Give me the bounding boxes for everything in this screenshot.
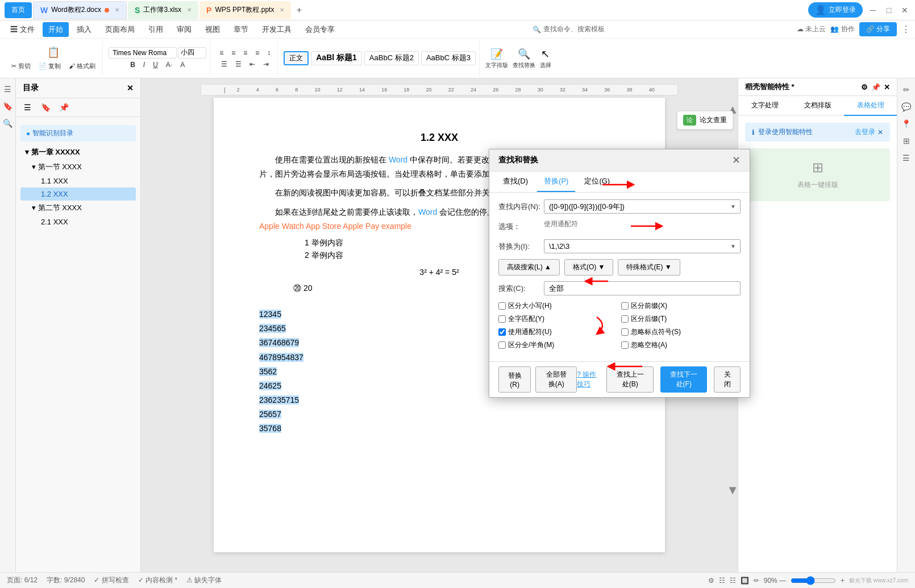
style-heading2[interactable]: AaBbC 标题2 bbox=[364, 51, 419, 65]
bold-button[interactable]: B bbox=[127, 60, 139, 70]
paste-button[interactable]: 📋 bbox=[44, 45, 63, 60]
style-normal[interactable]: 正文 bbox=[284, 51, 309, 65]
rs-icon-list[interactable]: ☰ bbox=[900, 151, 913, 165]
checkbox-fullhalf-input[interactable] bbox=[498, 341, 506, 349]
checkbox-punct[interactable]: 忽略标点符号(S) bbox=[621, 327, 741, 337]
toc-icon-pin[interactable]: 📌 bbox=[57, 101, 70, 114]
dialog-tab-replace[interactable]: 替换(P) bbox=[537, 172, 575, 192]
rs-icon-table[interactable]: ⊞ bbox=[900, 134, 913, 148]
search-select[interactable]: 全部 向上 向下 bbox=[544, 281, 741, 295]
tab-word[interactable]: W Word教程2.docx ✕ bbox=[33, 1, 127, 19]
checkbox-suffix[interactable]: 区分后缀(T) bbox=[621, 314, 741, 324]
italic-button[interactable]: I bbox=[140, 60, 148, 70]
numbered-list[interactable]: ☰ bbox=[232, 59, 245, 69]
find-replace-button[interactable]: 🔍 查找替换 bbox=[513, 48, 535, 69]
word-tab-close[interactable]: ✕ bbox=[115, 7, 119, 13]
excel-tab-close[interactable]: ✕ bbox=[187, 7, 192, 13]
checkbox-case-input[interactable] bbox=[498, 302, 506, 310]
scroll-down-button[interactable]: ▼ bbox=[726, 483, 738, 498]
maximize-button[interactable]: □ bbox=[883, 5, 895, 16]
settings-icon[interactable]: ⚙ bbox=[861, 83, 868, 91]
menu-dev[interactable]: 开发工具 bbox=[256, 22, 297, 37]
font-size-input[interactable] bbox=[178, 47, 206, 59]
sidebar-icon-3[interactable]: 🔍 bbox=[2, 117, 14, 130]
find-prev-button[interactable]: 查找上一处(B) bbox=[606, 366, 654, 393]
status-icon-5[interactable]: ✏ bbox=[754, 577, 759, 585]
tips-link[interactable]: ? 操作技巧 bbox=[577, 370, 600, 389]
status-icon-2[interactable]: ☷ bbox=[719, 577, 725, 585]
toc-item-chapter1[interactable]: ▾ 第一章 XXXXX bbox=[20, 145, 136, 160]
font-family-input[interactable] bbox=[109, 47, 177, 59]
indent-increase[interactable]: ⇥ bbox=[260, 59, 272, 69]
toc-item-2-1[interactable]: 2.1 XXX bbox=[20, 215, 136, 228]
menu-chapter[interactable]: 章节 bbox=[228, 22, 254, 37]
format-painter-button[interactable]: 🖌 格式刷 bbox=[65, 61, 99, 72]
bullet-list[interactable]: ☰ bbox=[218, 59, 231, 69]
checkbox-space-input[interactable] bbox=[621, 341, 629, 349]
rs-icon-location[interactable]: 📍 bbox=[900, 117, 913, 131]
menu-layout[interactable]: 页面布局 bbox=[99, 22, 140, 37]
rs-icon-edit[interactable]: ✏ bbox=[900, 83, 913, 97]
toc-item-1-2[interactable]: 1.2 XXX bbox=[20, 187, 136, 201]
pin-icon[interactable]: 📌 bbox=[871, 83, 880, 91]
toc-close[interactable]: ✕ bbox=[127, 84, 134, 93]
underline-button[interactable]: U bbox=[149, 60, 161, 70]
menu-file[interactable]: ☰ 文件 bbox=[5, 22, 40, 37]
rp-info-close[interactable]: ✕ bbox=[877, 128, 883, 136]
essay-check-button[interactable]: 论 论文查重 bbox=[677, 111, 733, 130]
collab-btn[interactable]: 👥 协作 bbox=[830, 24, 854, 34]
align-center[interactable]: ≡ bbox=[228, 48, 239, 58]
toc-smart-label[interactable]: ● 智能识别目录 bbox=[20, 125, 136, 141]
style-heading3[interactable]: AaBbC 标题3 bbox=[421, 51, 476, 65]
checkbox-fullhalf[interactable]: 区分全/半角(M) bbox=[498, 340, 618, 350]
tab-add-button[interactable]: + bbox=[292, 3, 306, 17]
rp-tab-text[interactable]: 文字处理 bbox=[738, 96, 791, 115]
zoom-in[interactable]: + bbox=[841, 577, 845, 585]
menu-review[interactable]: 审阅 bbox=[171, 22, 197, 37]
toc-item-section1[interactable]: ▾ 第一节 XXXX bbox=[20, 160, 136, 174]
dialog-tab-find[interactable]: 查找(D) bbox=[496, 172, 535, 192]
right-panel-close-icon[interactable]: ✕ bbox=[884, 83, 890, 91]
format-button[interactable]: 格式(O) ▼ bbox=[564, 259, 614, 276]
style-heading1[interactable]: AaBl 标题1 bbox=[311, 51, 362, 65]
rp-tab-doc[interactable]: 文档排版 bbox=[791, 96, 844, 115]
find-input[interactable] bbox=[544, 199, 741, 214]
spell-check[interactable]: ✓ 拼写检查 bbox=[94, 576, 128, 585]
checkbox-wildcard-input[interactable] bbox=[498, 328, 506, 336]
checkbox-prefix[interactable]: 区分前缀(X) bbox=[621, 301, 741, 311]
rp-login-link[interactable]: 去登录 bbox=[855, 127, 875, 137]
find-next-button[interactable]: 查找下一处(F) bbox=[660, 366, 707, 393]
status-icon-4[interactable]: 🔲 bbox=[741, 577, 749, 585]
menu-start[interactable]: 开始 bbox=[43, 22, 69, 37]
find-replace-dialog[interactable]: 查找和替换 ✕ 查找(D) 替换(P) 定位(G) 查找内容(N): 选项： 使… bbox=[489, 149, 750, 398]
tab-ppt[interactable]: P WPS PPT教程.pptx ✕ bbox=[199, 1, 291, 19]
close-button[interactable]: ✕ bbox=[899, 5, 910, 16]
select-button[interactable]: ↖ 选择 bbox=[540, 48, 551, 69]
checkbox-punct-input[interactable] bbox=[621, 328, 629, 336]
menu-insert[interactable]: 插入 bbox=[71, 22, 97, 37]
checkbox-space[interactable]: 忽略空格(A) bbox=[621, 340, 741, 350]
status-icon-3[interactable]: ☷ bbox=[730, 577, 736, 585]
copy-button[interactable]: 📄 复制 bbox=[35, 61, 64, 72]
share-button[interactable]: 🔗 分享 bbox=[859, 22, 897, 36]
status-icon-1[interactable]: ⚙ bbox=[708, 577, 714, 585]
menu-reference[interactable]: 引用 bbox=[143, 22, 169, 37]
toc-icon-bookmark[interactable]: 🔖 bbox=[39, 101, 52, 114]
align-justify[interactable]: ≡ bbox=[252, 48, 263, 58]
dialog-tab-locate[interactable]: 定位(G) bbox=[577, 172, 617, 192]
line-spacing[interactable]: ↕ bbox=[264, 48, 274, 58]
replace-button[interactable]: 替换(R) bbox=[498, 366, 531, 393]
rp-tab-table[interactable]: 表格处理 bbox=[844, 96, 897, 116]
more-btn[interactable]: ⋮ bbox=[901, 24, 910, 35]
toc-item-section2[interactable]: ▾ 第二节 XXXX bbox=[20, 201, 136, 215]
menu-view[interactable]: 视图 bbox=[199, 22, 226, 37]
cut-button[interactable]: ✂ 剪切 bbox=[8, 61, 34, 72]
replace-all-button[interactable]: 全部替换(A) bbox=[535, 366, 577, 393]
sidebar-icon-1[interactable]: ☰ bbox=[2, 83, 14, 95]
checkbox-prefix-input[interactable] bbox=[621, 302, 629, 310]
toc-item-1-1[interactable]: 1.1 XXX bbox=[20, 174, 136, 187]
register-button[interactable]: 👤 立即登录 bbox=[808, 2, 863, 18]
replace-input[interactable] bbox=[544, 239, 741, 253]
checkbox-suffix-input[interactable] bbox=[621, 315, 629, 323]
content-check[interactable]: ✓ 内容检测 * bbox=[138, 576, 177, 585]
